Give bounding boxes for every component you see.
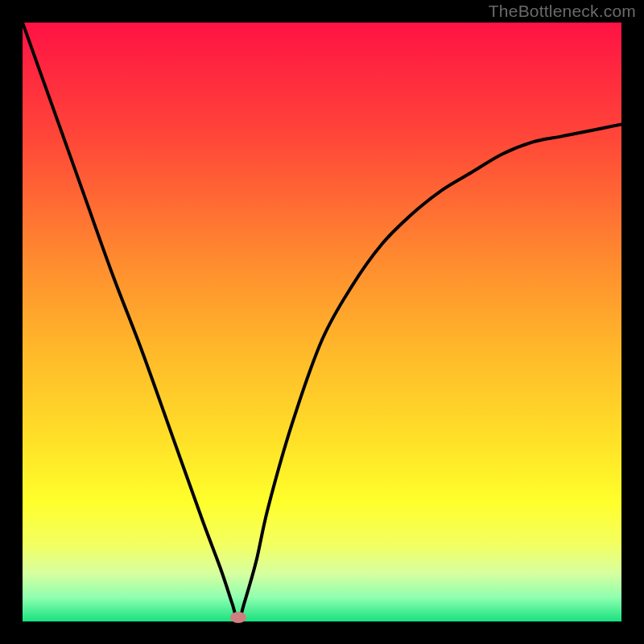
minimum-marker: [230, 612, 246, 623]
watermark-text: TheBottleneck.com: [489, 2, 636, 21]
bottleneck-curve: [23, 23, 621, 621]
chart-frame: TheBottleneck.com: [0, 0, 644, 644]
curve-layer: [23, 23, 621, 621]
plot-area: [23, 23, 621, 621]
